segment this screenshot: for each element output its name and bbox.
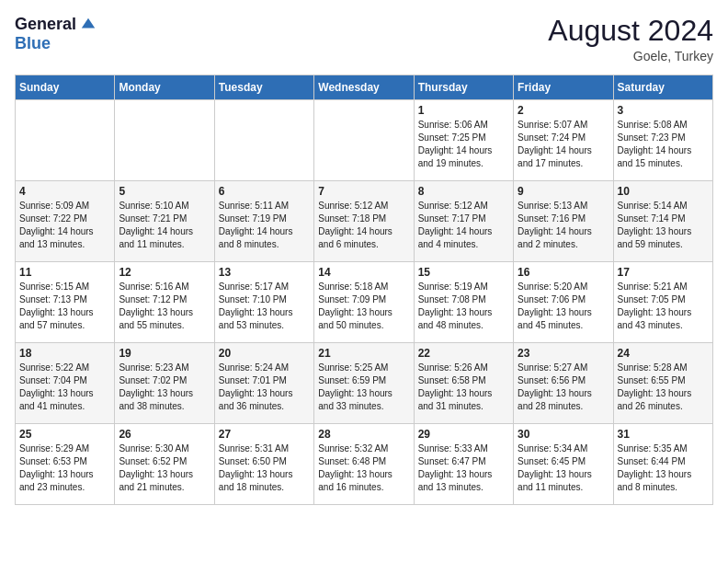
calendar-cell: 23Sunrise: 5:27 AMSunset: 6:56 PMDayligh… [514, 343, 613, 424]
weekday-sunday: Sunday [16, 75, 115, 100]
week-row-3: 11Sunrise: 5:15 AMSunset: 7:13 PMDayligh… [16, 262, 713, 343]
calendar-cell [115, 100, 214, 181]
calendar-cell: 11Sunrise: 5:15 AMSunset: 7:13 PMDayligh… [16, 262, 115, 343]
day-info: Sunrise: 5:14 AMSunset: 7:14 PMDaylight:… [618, 200, 709, 251]
day-number: 3 [618, 104, 709, 117]
day-number: 31 [618, 428, 709, 441]
calendar-cell: 29Sunrise: 5:33 AMSunset: 6:47 PMDayligh… [414, 424, 513, 505]
day-number: 19 [119, 347, 210, 360]
day-info: Sunrise: 5:09 AMSunset: 7:22 PMDaylight:… [19, 200, 110, 251]
calendar-cell: 19Sunrise: 5:23 AMSunset: 7:02 PMDayligh… [115, 343, 214, 424]
calendar-cell: 14Sunrise: 5:18 AMSunset: 7:09 PMDayligh… [314, 262, 414, 343]
weekday-friday: Friday [514, 75, 613, 100]
day-info: Sunrise: 5:12 AMSunset: 7:17 PMDaylight:… [418, 200, 509, 251]
day-number: 11 [19, 266, 110, 279]
day-number: 20 [219, 347, 310, 360]
day-number: 6 [219, 185, 310, 198]
weekday-thursday: Thursday [414, 75, 513, 100]
day-number: 10 [618, 185, 709, 198]
day-number: 22 [418, 347, 509, 360]
page-header: General Blue August 2024 Goele, Turkey [15, 15, 713, 63]
day-info: Sunrise: 5:26 AMSunset: 6:58 PMDaylight:… [418, 362, 509, 413]
logo-blue-text: Blue [15, 34, 51, 53]
calendar-cell: 26Sunrise: 5:30 AMSunset: 6:52 PMDayligh… [115, 424, 214, 505]
day-number: 25 [19, 428, 110, 441]
day-info: Sunrise: 5:34 AMSunset: 6:45 PMDaylight:… [518, 442, 609, 494]
day-number: 5 [119, 185, 210, 198]
calendar-cell: 7Sunrise: 5:12 AMSunset: 7:18 PMDaylight… [314, 181, 414, 262]
day-info: Sunrise: 5:35 AMSunset: 6:44 PMDaylight:… [618, 442, 709, 494]
calendar-cell: 15Sunrise: 5:19 AMSunset: 7:08 PMDayligh… [414, 262, 513, 343]
day-number: 18 [19, 347, 110, 360]
day-info: Sunrise: 5:08 AMSunset: 7:23 PMDaylight:… [618, 119, 709, 170]
calendar-cell: 21Sunrise: 5:25 AMSunset: 6:59 PMDayligh… [314, 343, 414, 424]
weekday-saturday: Saturday [613, 75, 712, 100]
day-number: 26 [119, 428, 210, 441]
day-info: Sunrise: 5:24 AMSunset: 7:01 PMDaylight:… [219, 362, 310, 413]
day-info: Sunrise: 5:11 AMSunset: 7:19 PMDaylight:… [219, 200, 310, 251]
week-row-2: 4Sunrise: 5:09 AMSunset: 7:22 PMDaylight… [16, 181, 713, 262]
calendar-cell [314, 100, 414, 181]
day-info: Sunrise: 5:25 AMSunset: 6:59 PMDaylight:… [318, 362, 409, 413]
calendar-cell: 2Sunrise: 5:07 AMSunset: 7:24 PMDaylight… [514, 100, 613, 181]
calendar-cell: 25Sunrise: 5:29 AMSunset: 6:53 PMDayligh… [16, 424, 115, 505]
week-row-1: 1Sunrise: 5:06 AMSunset: 7:25 PMDaylight… [16, 100, 713, 181]
calendar-cell: 3Sunrise: 5:08 AMSunset: 7:23 PMDaylight… [613, 100, 712, 181]
svg-marker-0 [82, 17, 95, 28]
day-info: Sunrise: 5:17 AMSunset: 7:10 PMDaylight:… [219, 281, 310, 332]
weekday-tuesday: Tuesday [214, 75, 313, 100]
day-number: 13 [219, 266, 310, 279]
calendar-table: SundayMondayTuesdayWednesdayThursdayFrid… [15, 75, 713, 505]
calendar-cell: 17Sunrise: 5:21 AMSunset: 7:05 PMDayligh… [613, 262, 712, 343]
weekday-header-row: SundayMondayTuesdayWednesdayThursdayFrid… [16, 75, 713, 100]
day-number: 7 [318, 185, 409, 198]
day-number: 16 [518, 266, 609, 279]
day-number: 9 [518, 185, 609, 198]
calendar-cell: 9Sunrise: 5:13 AMSunset: 7:16 PMDaylight… [514, 181, 613, 262]
calendar-cell: 27Sunrise: 5:31 AMSunset: 6:50 PMDayligh… [214, 424, 313, 505]
day-number: 1 [418, 104, 509, 117]
calendar-cell: 20Sunrise: 5:24 AMSunset: 7:01 PMDayligh… [214, 343, 313, 424]
calendar-cell: 5Sunrise: 5:10 AMSunset: 7:21 PMDaylight… [115, 181, 214, 262]
day-info: Sunrise: 5:06 AMSunset: 7:25 PMDaylight:… [418, 119, 509, 170]
calendar-cell: 30Sunrise: 5:34 AMSunset: 6:45 PMDayligh… [514, 424, 613, 505]
day-number: 17 [618, 266, 709, 279]
calendar-cell [214, 100, 313, 181]
day-number: 4 [19, 185, 110, 198]
day-number: 24 [618, 347, 709, 360]
calendar-cell: 1Sunrise: 5:06 AMSunset: 7:25 PMDaylight… [414, 100, 513, 181]
title-area: August 2024 Goele, Turkey [548, 15, 713, 63]
page-container: General Blue August 2024 Goele, Turkey S… [0, 0, 728, 512]
month-title: August 2024 [548, 15, 713, 47]
logo-general-text: General [15, 15, 76, 34]
day-info: Sunrise: 5:18 AMSunset: 7:09 PMDaylight:… [318, 281, 409, 332]
day-info: Sunrise: 5:10 AMSunset: 7:21 PMDaylight:… [119, 200, 210, 251]
week-row-5: 25Sunrise: 5:29 AMSunset: 6:53 PMDayligh… [16, 424, 713, 505]
day-info: Sunrise: 5:30 AMSunset: 6:52 PMDaylight:… [119, 442, 210, 494]
day-info: Sunrise: 5:33 AMSunset: 6:47 PMDaylight:… [418, 442, 509, 494]
calendar-cell: 31Sunrise: 5:35 AMSunset: 6:44 PMDayligh… [613, 424, 712, 505]
day-info: Sunrise: 5:12 AMSunset: 7:18 PMDaylight:… [318, 200, 409, 251]
day-number: 14 [318, 266, 409, 279]
day-number: 28 [318, 428, 409, 441]
day-info: Sunrise: 5:20 AMSunset: 7:06 PMDaylight:… [518, 281, 609, 332]
calendar-cell [16, 100, 115, 181]
calendar-cell: 10Sunrise: 5:14 AMSunset: 7:14 PMDayligh… [613, 181, 712, 262]
day-number: 27 [219, 428, 310, 441]
logo-icon [80, 17, 97, 33]
day-info: Sunrise: 5:22 AMSunset: 7:04 PMDaylight:… [19, 362, 110, 413]
location: Goele, Turkey [548, 49, 713, 63]
day-info: Sunrise: 5:27 AMSunset: 6:56 PMDaylight:… [518, 362, 609, 413]
day-info: Sunrise: 5:16 AMSunset: 7:12 PMDaylight:… [119, 281, 210, 332]
calendar-cell: 24Sunrise: 5:28 AMSunset: 6:55 PMDayligh… [613, 343, 712, 424]
day-info: Sunrise: 5:23 AMSunset: 7:02 PMDaylight:… [119, 362, 210, 413]
day-number: 23 [518, 347, 609, 360]
day-info: Sunrise: 5:29 AMSunset: 6:53 PMDaylight:… [19, 442, 110, 494]
calendar-cell: 6Sunrise: 5:11 AMSunset: 7:19 PMDaylight… [214, 181, 313, 262]
calendar-cell: 4Sunrise: 5:09 AMSunset: 7:22 PMDaylight… [16, 181, 115, 262]
weekday-monday: Monday [115, 75, 214, 100]
day-number: 21 [318, 347, 409, 360]
day-number: 2 [518, 104, 609, 117]
day-info: Sunrise: 5:31 AMSunset: 6:50 PMDaylight:… [219, 442, 310, 494]
calendar-cell: 18Sunrise: 5:22 AMSunset: 7:04 PMDayligh… [16, 343, 115, 424]
